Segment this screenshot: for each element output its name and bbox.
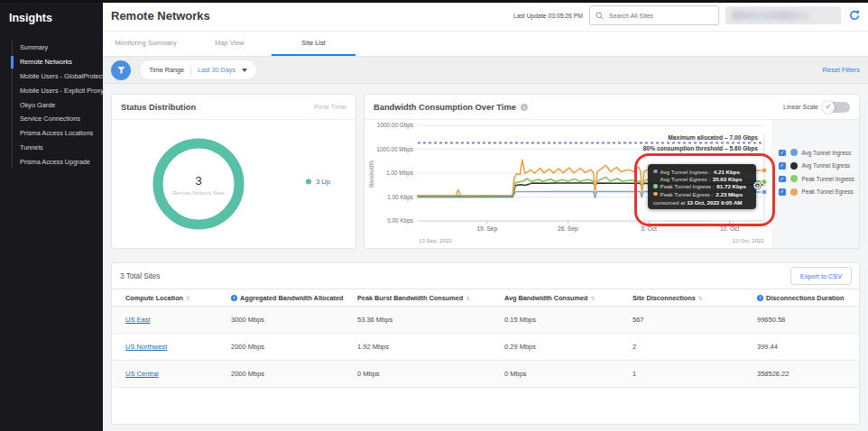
sidebar-item-okyo-garde[interactable]: Okyo Garde [13, 97, 103, 112]
time-range-selector[interactable]: Time Range Last 30 Days [139, 60, 257, 80]
legend-color-dot [790, 162, 798, 170]
status-panel-header: Status Distribution Real Time [112, 95, 356, 120]
page-header: Remote Networks Last Update 03:05:26 PM [103, 0, 868, 32]
sort-icon[interactable]: ⇅ [466, 295, 470, 301]
status-legend-dot [306, 179, 311, 185]
app-window: Insights SummaryRemote NetworksMobile Us… [0, 0, 868, 431]
tooltip-footer: consumed at 13 Oct, 2022 9:05 AM [653, 199, 751, 206]
threshold-label: 80% consumption threshold – 5.60 Gbps [643, 145, 758, 152]
site-link-us-central[interactable]: US Central [125, 370, 159, 378]
sidebar-item-mobile-users-explicit-proxy[interactable]: Mobile Users - Explicit Proxy [13, 83, 103, 97]
sidebar-item-mobile-users-globalprotect[interactable]: Mobile Users - GlobalProtect [13, 69, 103, 84]
last-update-text: Last Update 03:05:26 PM [513, 13, 583, 19]
tooltip-series-dot [653, 184, 658, 188]
legend-item-avg-tunnel-ingress[interactable]: ✓Avg Tunnel Ingress [771, 146, 859, 160]
search-box[interactable] [589, 5, 719, 25]
cell-aggregated-bandwidth-allocated: 2000 Mbps [217, 343, 344, 351]
status-donut-area: 3 Remote Network Sites 3 Up [112, 120, 356, 248]
window-top-strip [0, 0, 868, 3]
content-area: Status Distribution Real Time 3 Remote N… [103, 84, 868, 425]
sidebar-item-prisma-access-upgrade[interactable]: Prisma Access Upgrade [13, 154, 103, 169]
cell-compute-location: US Northwest [112, 343, 217, 351]
tooltip-row: Peak Tunnel Egress :2.23 Mbps [653, 190, 751, 197]
chart-tooltip: Avg Tunnel Ingress :4.21 KbpsAvg Tunnel … [648, 164, 756, 209]
redacted-account-selector[interactable] [725, 6, 841, 24]
sidebar-item-service-connections[interactable]: Service Connections [13, 112, 103, 126]
x-tick-label: 19. Sep [476, 225, 497, 233]
cell-disconnections-duration: 99650.58 [743, 316, 859, 324]
column-label: Site Disconnections [633, 294, 696, 302]
column-header-aggregated-bandwidth-allocated: iAggregated Bandwidth Allocated [217, 294, 344, 302]
status-legend-label[interactable]: 3 Up [316, 178, 330, 186]
sidebar-item-prisma-access-locations[interactable]: Prisma Access Locations [13, 126, 103, 141]
donut-count-label: Remote Network Sites [172, 190, 225, 196]
sidebar-title: Insights [0, 0, 103, 32]
sidebar-item-tunnels[interactable]: Tunnels [13, 140, 103, 154]
column-label: Disconnections Duration [766, 294, 844, 302]
sidebar-item-remote-networks[interactable]: Remote Networks [13, 55, 103, 69]
legend-checkbox[interactable]: ✓ [779, 162, 786, 170]
bandwidth-panel-title: Bandwidth Consumption Over Time [374, 103, 516, 112]
linear-scale-toggle[interactable]: ✓ [823, 102, 850, 113]
series-endpoint-peak-tunnel-egress [762, 168, 767, 173]
sort-icon[interactable]: ⇅ [186, 295, 190, 301]
funnel-icon [116, 65, 126, 75]
sites-table-panel: 3 Total Sites Export to CSV Compute Loca… [111, 262, 860, 425]
tooltip-row: Peak Tunnel Ingress :81.72 Kbps [653, 183, 751, 190]
legend-checkbox[interactable]: ✓ [779, 176, 786, 183]
sidebar-item-summary[interactable]: Summary [13, 41, 103, 55]
bandwidth-chart-area: 0.00 Kbps1.00 Kbps1.00 Mbps1000.00 Mbps1… [365, 120, 859, 248]
column-header-disconnections-duration: iDisconnections Duration [743, 294, 859, 302]
top-panels-row: Status Distribution Real Time 3 Remote N… [111, 94, 860, 249]
cell-compute-location: US Central [112, 370, 217, 378]
legend-checkbox[interactable]: ✓ [779, 150, 786, 157]
tab-map-view[interactable]: Map View [188, 32, 272, 56]
column-label: Avg Bandwidth Consumed [504, 294, 588, 302]
page-title: Remote Networks [111, 9, 210, 23]
donut-count: 3 [195, 174, 201, 188]
tooltip-series-label: Avg Tunnel Egress : [660, 176, 710, 182]
legend-item-peak-tunnel-egress[interactable]: ✓Peak Tunnel Egress [771, 186, 859, 199]
legend-checkbox[interactable]: ✓ [779, 188, 786, 196]
reset-filters-link[interactable]: Reset Filters [823, 66, 860, 74]
cell-avg-bandwidth-consumed: 0.15 Mbps [491, 316, 619, 324]
filter-button[interactable] [111, 60, 131, 80]
column-label: Compute Location [125, 294, 183, 302]
status-panel-title: Status Distribution [121, 103, 196, 112]
column-label: Aggregated Bandwidth Allocated [240, 294, 343, 302]
y-tick-label: 0.00 Kbps [387, 217, 413, 225]
legend-item-avg-tunnel-egress[interactable]: ✓Avg Tunnel Egress [771, 160, 859, 173]
sort-icon[interactable]: ⇅ [591, 295, 596, 301]
tab-site-list[interactable]: Site List [272, 32, 356, 56]
column-header-site-disconnections[interactable]: Site Disconnections⇅ [619, 294, 743, 302]
chart-legend: ✓Avg Tunnel Ingress✓Avg Tunnel Egress✓Pe… [771, 120, 859, 248]
tooltip-series-label: Avg Tunnel Ingress : [660, 169, 711, 175]
search-input[interactable] [607, 12, 713, 20]
tab-monitoring-summary[interactable]: Monitoring Summary [104, 32, 188, 56]
sidebar-nav: SummaryRemote NetworksMobile Users - Glo… [12, 41, 103, 169]
cell-disconnections-duration: 399.44 [743, 343, 859, 351]
refresh-icon[interactable] [847, 9, 861, 23]
cell-aggregated-bandwidth-allocated: 2000 Mbps [217, 370, 344, 378]
legend-item-peak-tunnel-ingress[interactable]: ✓Peak Tunnel Ingress [771, 172, 859, 186]
tooltip-series-dot [653, 192, 658, 197]
legend-color-dot [790, 175, 798, 182]
column-header-avg-bandwidth-consumed[interactable]: Avg Bandwidth Consumed⇅ [491, 294, 619, 302]
site-link-us-east[interactable]: US East [125, 316, 151, 324]
tooltip-series-label: Peak Tunnel Egress : [660, 191, 714, 197]
x-tick-label: 26. Sep [558, 225, 578, 233]
legend-label: Avg Tunnel Egress [802, 162, 851, 169]
table-body: US East3000 Mbps53.36 Mbps0.15 Mbps56799… [112, 307, 859, 388]
export-to-csv-button[interactable]: Export to CSV [790, 267, 852, 285]
table-row: US Northwest2000 Mbps1.92 Mbps0.29 Mbps2… [112, 334, 859, 361]
legend-label: Peak Tunnel Ingress [802, 176, 854, 182]
status-distribution-panel: Status Distribution Real Time 3 Remote N… [111, 94, 356, 249]
bandwidth-panel: Bandwidth Consumption Over Time i Linear… [364, 94, 860, 249]
table-row: US Central2000 Mbps0 Mbps0 Mbps1358526.2… [112, 361, 859, 388]
tooltip-series-dot [653, 177, 658, 181]
column-header-peak-burst-bandwidth-consumed[interactable]: Peak Burst Bandwidth Consumed⇅ [344, 294, 491, 302]
site-link-us-northwest[interactable]: US Northwest [125, 343, 167, 351]
column-header-compute-location[interactable]: Compute Location⇅ [112, 294, 217, 302]
status-donut-chart: 3 Remote Network Sites 3 Up [112, 120, 356, 248]
sort-icon[interactable]: ⇅ [698, 295, 703, 301]
